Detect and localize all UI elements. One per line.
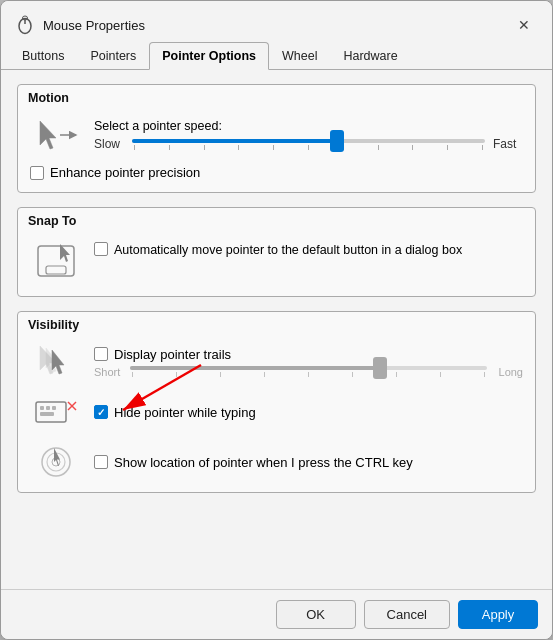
snapto-check-text: Automatically move pointer to the defaul…: [94, 238, 462, 260]
visibility-rows: Display pointer trails Short: [30, 342, 523, 482]
snapto-checkbox[interactable]: [94, 242, 108, 256]
hide-typing-check-row: Hide pointer while typing: [94, 405, 523, 420]
slow-label: Slow: [94, 137, 124, 151]
tab-content: Motion: [1, 70, 552, 589]
tab-bar: Buttons Pointers Pointer Options Wheel H…: [1, 41, 552, 70]
speed-slider[interactable]: [132, 139, 485, 150]
snapto-icon: [30, 238, 82, 286]
hide-typing-icon: [30, 392, 82, 432]
svg-rect-5: [38, 246, 74, 276]
motion-body: Select a pointer speed: Slow: [18, 109, 535, 192]
apply-button[interactable]: Apply: [458, 600, 538, 629]
hide-typing-label: Hide pointer while typing: [114, 405, 256, 420]
dialog-mouse-properties: Mouse Properties ✕ Buttons Pointers Poin…: [0, 0, 553, 640]
visibility-section: Visibility: [17, 311, 536, 493]
enhance-row: Enhance pointer precision: [30, 163, 523, 182]
ok-button[interactable]: OK: [276, 600, 356, 629]
snapto-row: Automatically move pointer to the defaul…: [30, 238, 523, 286]
mouse-icon: [15, 15, 35, 35]
cancel-button[interactable]: Cancel: [364, 600, 450, 629]
fast-label: Fast: [493, 137, 523, 151]
trails-label: Display pointer trails: [114, 347, 231, 362]
trails-row: Display pointer trails Short: [30, 342, 523, 382]
tab-buttons[interactable]: Buttons: [9, 42, 77, 70]
tab-hardware[interactable]: Hardware: [330, 42, 410, 70]
svg-rect-12: [40, 406, 44, 410]
show-ctrl-check-row: Show location of pointer when I press th…: [94, 455, 523, 470]
svg-marker-21: [54, 448, 60, 466]
tab-pointers[interactable]: Pointers: [77, 42, 149, 70]
speed-label: Select a pointer speed:: [94, 119, 523, 133]
show-ctrl-row: Show location of pointer when I press th…: [30, 442, 523, 482]
close-button[interactable]: ✕: [510, 11, 538, 39]
trails-checkbox[interactable]: [94, 347, 108, 361]
motion-row: Select a pointer speed: Slow: [30, 115, 523, 155]
trails-icon: [30, 342, 82, 382]
trails-slider-row: Short: [94, 366, 523, 378]
titlebar-left: Mouse Properties: [15, 15, 145, 35]
show-ctrl-icon: [30, 442, 82, 482]
enhance-precision-checkbox[interactable]: [30, 166, 44, 180]
visibility-title: Visibility: [18, 312, 535, 336]
snapto-section: Snap To Automatically move pointer to th…: [17, 207, 536, 297]
svg-rect-14: [52, 406, 56, 410]
trails-check-row: Display pointer trails: [94, 347, 523, 362]
svg-rect-15: [40, 412, 54, 416]
hide-typing-control: Hide pointer while typing: [94, 405, 523, 420]
snapto-body: Automatically move pointer to the defaul…: [18, 232, 535, 296]
footer: OK Cancel Apply: [1, 589, 552, 639]
speed-slider-row: Slow: [94, 137, 523, 151]
visibility-body: Display pointer trails Short: [18, 336, 535, 492]
motion-section: Motion: [17, 84, 536, 193]
show-ctrl-label: Show location of pointer when I press th…: [114, 455, 413, 470]
titlebar: Mouse Properties ✕: [1, 1, 552, 39]
svg-rect-6: [46, 266, 66, 274]
motion-icon: [30, 115, 82, 155]
svg-marker-3: [40, 121, 56, 149]
hide-typing-row: Hide pointer while typing: [30, 392, 523, 432]
motion-title: Motion: [18, 85, 535, 109]
tab-pointer-options[interactable]: Pointer Options: [149, 42, 269, 70]
hide-typing-checkbox[interactable]: [94, 405, 108, 419]
trails-length-slider[interactable]: [130, 366, 487, 377]
titlebar-title: Mouse Properties: [43, 18, 145, 33]
tab-wheel[interactable]: Wheel: [269, 42, 330, 70]
trails-short-label: Short: [94, 366, 122, 378]
trails-long-label: Long: [495, 366, 523, 378]
svg-rect-13: [46, 406, 50, 410]
motion-controls: Select a pointer speed: Slow: [94, 119, 523, 151]
show-ctrl-control: Show location of pointer when I press th…: [94, 455, 523, 470]
show-ctrl-checkbox[interactable]: [94, 455, 108, 469]
snapto-title: Snap To: [18, 208, 535, 232]
enhance-label: Enhance pointer precision: [50, 165, 200, 180]
snapto-label: Automatically move pointer to the defaul…: [114, 242, 462, 260]
trails-control: Display pointer trails Short: [94, 347, 523, 378]
